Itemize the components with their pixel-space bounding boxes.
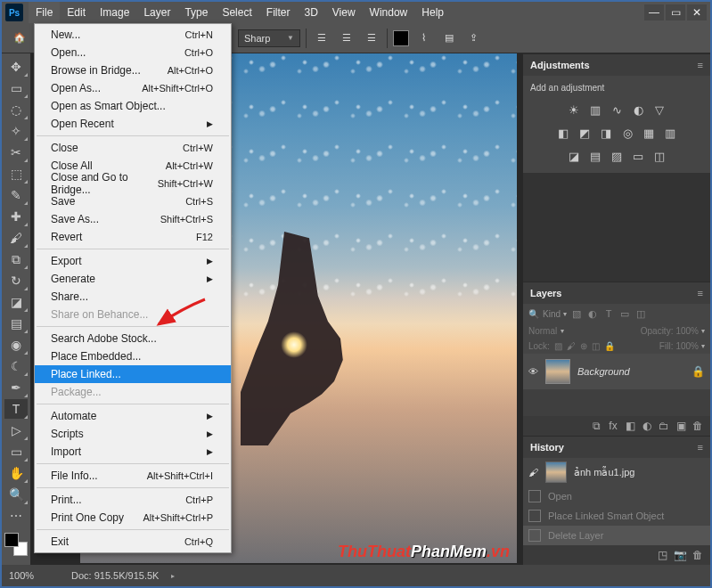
layer-mask-icon[interactable]: ◧ — [623, 420, 637, 432]
new-snapshot-icon[interactable]: 📷 — [673, 549, 687, 561]
eraser-tool[interactable]: ◪ — [4, 292, 28, 312]
type-tool[interactable]: T — [4, 399, 28, 419]
lock-position-icon[interactable]: ⊕ — [580, 341, 587, 351]
threshold-icon[interactable]: ▨ — [609, 148, 625, 164]
menu-layer[interactable]: Layer — [136, 2, 177, 23]
filter-shape-icon[interactable]: ▭ — [618, 307, 631, 320]
history-brush-source-icon[interactable]: 🖌 — [528, 467, 538, 478]
menu-3d[interactable]: 3D — [297, 2, 324, 23]
history-brush-tool[interactable]: ↻ — [4, 271, 28, 290]
layers-panel-header[interactable]: Layers ≡ — [523, 282, 710, 304]
exposure-icon[interactable]: ◐ — [630, 102, 646, 118]
color-lookup-icon[interactable]: ▥ — [662, 125, 678, 141]
selective-color-icon[interactable]: ◫ — [651, 148, 667, 164]
history-document-row[interactable]: 🖌 ảnh mẫu1.jpg — [523, 458, 710, 486]
align-left-icon[interactable]: ☰ — [312, 29, 331, 47]
text-color-swatch[interactable] — [393, 30, 409, 46]
menu-item-open-recent[interactable]: Open Recent▶ — [35, 115, 231, 133]
edit-toolbar[interactable]: ⋯ — [4, 506, 28, 526]
photo-filter-icon[interactable]: ◎ — [619, 125, 635, 141]
layer-lock-icon[interactable]: 🔒 — [692, 365, 705, 378]
adjustment-layer-icon[interactable]: ◐ — [640, 420, 654, 432]
delete-state-icon[interactable]: 🗑 — [691, 549, 705, 561]
vibrance-icon[interactable]: ▽ — [651, 102, 667, 118]
curves-icon[interactable]: ∿ — [609, 102, 625, 118]
layer-thumbnail[interactable] — [545, 359, 570, 384]
zoom-tool[interactable]: 🔍 — [4, 485, 28, 504]
link-layers-icon[interactable]: ⧉ — [589, 420, 603, 432]
layer-fx-icon[interactable]: fx — [606, 420, 620, 432]
panel-menu-icon[interactable]: ≡ — [698, 60, 703, 70]
menu-item-save-as[interactable]: Save As...Shift+Ctrl+S — [35, 210, 231, 228]
menu-item-import[interactable]: Import▶ — [35, 443, 231, 461]
menu-item-browse-in-bridge[interactable]: Browse in Bridge...Alt+Ctrl+O — [35, 61, 231, 79]
menu-item-close-and-go-to-bridge[interactable]: Close and Go to Bridge...Shift+Ctrl+W — [35, 175, 231, 192]
lock-all-icon[interactable]: 🔒 — [604, 341, 615, 351]
crop-tool[interactable]: ✂ — [4, 143, 28, 162]
gradient-tool[interactable]: ▤ — [4, 314, 28, 333]
chevron-right-icon[interactable]: ▸ — [171, 572, 175, 580]
foreground-color-swatch[interactable] — [4, 533, 19, 547]
menu-window[interactable]: Window — [363, 2, 415, 23]
menu-item-place-embedded[interactable]: Place Embedded... — [35, 347, 231, 365]
filter-pixel-icon[interactable]: ▧ — [570, 307, 583, 320]
menu-item-new[interactable]: New...Ctrl+N — [35, 26, 231, 44]
history-entry[interactable]: Open — [523, 486, 710, 506]
menu-view[interactable]: View — [325, 2, 363, 23]
menu-help[interactable]: Help — [414, 2, 451, 23]
menu-item-close[interactable]: CloseCtrl+W — [35, 139, 231, 157]
menu-item-open-as[interactable]: Open As...Alt+Shift+Ctrl+O — [35, 79, 231, 97]
healing-tool[interactable]: ✚ — [4, 207, 28, 226]
lock-transparent-icon[interactable]: ▨ — [554, 341, 562, 351]
lock-artboard-icon[interactable]: ◫ — [592, 341, 600, 351]
menu-item-print[interactable]: Print...Ctrl+P — [35, 491, 231, 509]
menu-item-export[interactable]: Export▶ — [35, 252, 231, 270]
shape-tool[interactable]: ▭ — [4, 442, 28, 461]
adjustments-panel-header[interactable]: Adjustments ≡ — [523, 54, 710, 76]
lasso-tool[interactable]: ◌ — [4, 100, 28, 119]
brightness-contrast-icon[interactable]: ☀ — [566, 102, 582, 118]
brush-tool[interactable]: 🖌 — [4, 228, 28, 248]
layer-name[interactable]: Background — [577, 366, 630, 377]
posterize-icon[interactable]: ▤ — [587, 148, 603, 164]
magic-wand-tool[interactable]: ✧ — [4, 121, 28, 141]
menu-item-place-linked[interactable]: Place Linked... — [35, 365, 231, 383]
filter-smart-icon[interactable]: ◫ — [634, 307, 647, 320]
align-right-icon[interactable]: ☰ — [362, 29, 381, 47]
window-minimize-button[interactable]: — — [644, 4, 664, 20]
warp-text-icon[interactable]: ⌇ — [414, 29, 434, 47]
anti-alias-dropdown[interactable]: Sharp ▼ — [238, 29, 300, 47]
menu-file[interactable]: File — [29, 2, 60, 23]
home-icon[interactable]: 🏠 — [9, 28, 30, 49]
stamp-tool[interactable]: ⧉ — [4, 249, 28, 269]
gradient-map-icon[interactable]: ▭ — [630, 148, 646, 164]
frame-tool[interactable]: ⬚ — [4, 164, 28, 184]
fill-value[interactable]: 100% — [675, 341, 699, 351]
window-close-button[interactable]: ✕ — [687, 4, 707, 20]
menu-item-revert[interactable]: RevertF12 — [35, 228, 231, 246]
character-panel-icon[interactable]: ▤ — [439, 29, 459, 47]
path-select-tool[interactable]: ▷ — [4, 421, 28, 440]
move-tool[interactable]: ✥ — [4, 57, 28, 77]
marquee-tool[interactable]: ▭ — [4, 78, 28, 98]
new-document-from-state-icon[interactable]: ◳ — [655, 549, 669, 561]
bw-icon[interactable]: ◨ — [598, 125, 614, 141]
hue-sat-icon[interactable]: ◧ — [555, 125, 571, 141]
menu-item-scripts[interactable]: Scripts▶ — [35, 425, 231, 443]
menu-filter[interactable]: Filter — [259, 2, 298, 23]
menu-item-generate[interactable]: Generate▶ — [35, 270, 231, 288]
blend-mode-dropdown[interactable]: Normal — [528, 326, 557, 336]
hand-tool[interactable]: ✋ — [4, 463, 28, 483]
menu-item-automate[interactable]: Automate▶ — [35, 407, 231, 425]
history-entry[interactable]: Delete Layer — [523, 526, 710, 545]
menu-item-save[interactable]: SaveCtrl+S — [35, 192, 231, 210]
share-icon[interactable]: ⇪ — [464, 29, 484, 47]
menu-item-open-as-smart-object[interactable]: Open as Smart Object... — [35, 97, 231, 115]
levels-icon[interactable]: ▥ — [587, 102, 603, 118]
dodge-tool[interactable]: ☾ — [4, 356, 28, 376]
layer-row[interactable]: 👁 Background 🔒 — [523, 354, 710, 389]
menu-select[interactable]: Select — [215, 2, 258, 23]
layer-group-icon[interactable]: 🗀 — [657, 420, 671, 432]
delete-layer-icon[interactable]: 🗑 — [691, 420, 705, 432]
doc-info[interactable]: Doc: 915.5K/915.5K — [71, 570, 159, 581]
